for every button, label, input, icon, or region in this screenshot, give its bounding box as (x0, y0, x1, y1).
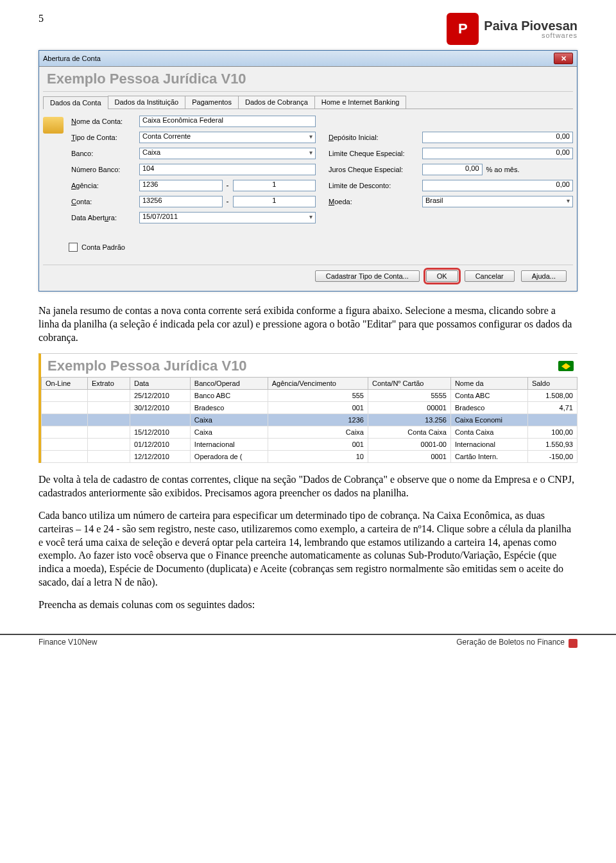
accounts-table: On-Line Extrato Data Banco/Operad Agênci… (41, 377, 578, 463)
label-numero-banco: Número Banco: (71, 166, 135, 173)
footer-right: Geração de Boletos no Finance (456, 638, 565, 647)
btn-ok[interactable]: OK (426, 270, 458, 282)
input-conta-dv[interactable]: 1 (233, 196, 316, 207)
checkbox-conta-padrao[interactable] (69, 243, 78, 252)
input-juros-cheque[interactable]: 0,00 (422, 164, 483, 175)
tab-dados-cobranca[interactable]: Dados de Cobrança (238, 96, 315, 109)
btn-ajuda[interactable]: Ajuda... (521, 270, 567, 282)
btn-cancelar[interactable]: Cancelar (465, 270, 515, 282)
tab-dados-instituicao[interactable]: Dados da Instituição (108, 96, 186, 109)
input-limite-cheque[interactable]: 0,00 (422, 148, 573, 159)
table-row[interactable]: 25/12/2010Banco ABC5555555Conta ABC1.508… (42, 390, 578, 402)
logo: P Paiva Piovesan softwares (447, 13, 578, 45)
select-banco[interactable]: Caixa (139, 148, 316, 159)
input-deposito-inicial[interactable]: 0,00 (422, 132, 573, 143)
table-row[interactable]: 12/12/2010Operadora de (100001Cartão Int… (42, 451, 578, 463)
input-conta[interactable]: 13256 (139, 196, 223, 207)
col-data[interactable]: Data (130, 378, 190, 390)
select-tipo-conta[interactable]: Conta Corrente (139, 132, 316, 143)
label-conta: Conta: (71, 198, 135, 205)
tab-dados-conta[interactable]: Dados da Conta (43, 96, 108, 109)
tab-pagamentos[interactable]: Pagamentos (185, 96, 239, 109)
table-row[interactable]: 15/12/2010CaixaCaixaConta CaixaConta Cai… (42, 426, 578, 439)
logo-subtitle: softwares (484, 32, 578, 39)
footer-left: Finance V10New (38, 638, 97, 647)
label-moeda: Moeda: (329, 198, 418, 205)
col-banco[interactable]: Banco/Operad (190, 378, 268, 390)
flag-brazil-icon (558, 361, 574, 371)
col-extrato[interactable]: Extrato (87, 378, 130, 390)
label-tipo-conta: Tipo de Conta: (71, 134, 135, 141)
input-numero-banco[interactable]: 104 (139, 164, 316, 175)
logo-mark-icon: P (447, 13, 479, 45)
col-conta[interactable]: Conta/Nº Cartão (368, 378, 450, 390)
label-agencia: Agência: (71, 182, 135, 189)
paragraph-2: De volta à tela de cadastro de contas co… (38, 473, 578, 500)
page-number: 5 (38, 13, 44, 24)
label-juros-cheque: Juros Cheque Especial: (329, 166, 418, 173)
btn-cadastrar-tipo[interactable]: Cadastrar Tipo de Conta... (315, 270, 420, 282)
dialog-abertura-conta: Abertura de Conta ✕ Exemplo Pessoa Juríd… (38, 50, 578, 292)
input-agencia-dv[interactable]: 1 (233, 180, 316, 191)
table-row[interactable]: 01/12/2010Internacional0010001-00Interna… (42, 439, 578, 451)
dialog-section-title: Exemplo Pessoa Jurídica V10 (43, 69, 573, 92)
col-nome[interactable]: Nome da (450, 378, 527, 390)
table-row[interactable]: Caixa123613.256Caixa Economi (42, 414, 578, 426)
close-button[interactable]: ✕ (554, 53, 573, 64)
paragraph-3: Cada banco utiliza um número de carteira… (38, 509, 578, 589)
folder-icon (43, 116, 66, 223)
paragraph-1: Na janela resumo de contas a nova conta … (38, 304, 578, 344)
select-moeda[interactable]: Brasil (422, 196, 573, 207)
table-row[interactable]: 30/12/2010Bradesco00100001Bradesco4,71 (42, 402, 578, 414)
col-saldo[interactable]: Saldo (527, 378, 577, 390)
label-limite-desconto: Limite de Desconto: (329, 182, 418, 189)
tab-home-internet[interactable]: Home e Internet Banking (314, 96, 407, 109)
logo-name: Paiva Piovesan (484, 19, 578, 32)
dialog-title: Abertura de Conta (43, 55, 101, 62)
label-nome-conta: Nome da Conta: (71, 118, 135, 125)
input-nome-conta[interactable]: Caixa Econômica Federal (139, 116, 316, 127)
select-data-abertura[interactable]: 15/07/2011 (139, 212, 316, 223)
input-limite-desconto[interactable]: 0,00 (422, 180, 573, 191)
juros-suffix: % ao mês. (486, 166, 520, 173)
col-online[interactable]: On-Line (42, 378, 88, 390)
dialog-tabs: Dados da Conta Dados da Instituição Paga… (43, 96, 573, 109)
col-agencia[interactable]: Agência/Vencimento (268, 378, 368, 390)
label-conta-padrao: Conta Padrão (81, 243, 125, 251)
input-agencia[interactable]: 1236 (139, 180, 223, 191)
label-data-abertura: Data Abertura: (71, 214, 135, 222)
paragraph-4: Preencha as demais colunas com os seguin… (38, 598, 578, 612)
label-banco: Banco: (71, 150, 135, 157)
label-deposito-inicial: Depósito Inicial: (329, 134, 418, 141)
page-footer: Finance V10New Geração de Boletos no Fin… (0, 634, 616, 652)
label-limite-cheque: Limite Cheque Especial: (329, 150, 418, 157)
footer-mark-icon (569, 639, 578, 648)
table-window-title: Exemplo Pessoa Jurídica V10 (47, 358, 247, 374)
table-window: Exemplo Pessoa Jurídica V10 On-Line Extr… (38, 353, 578, 463)
